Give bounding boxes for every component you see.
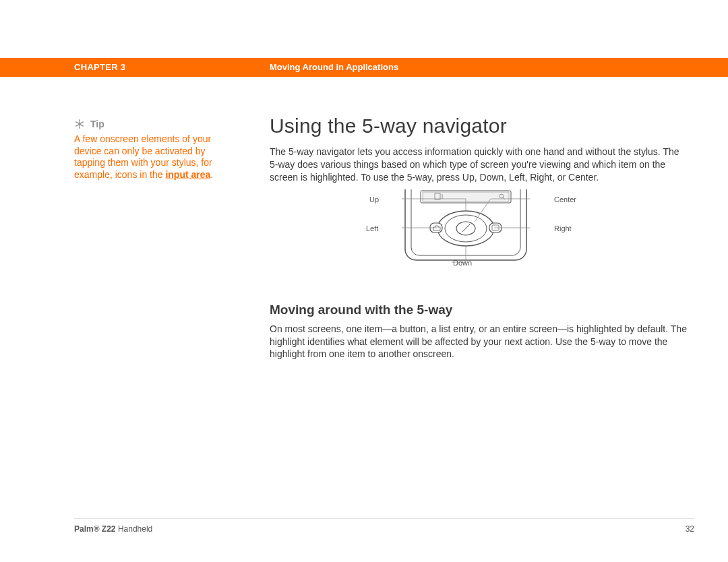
product-name: Palm® Z22 Handheld [74, 524, 152, 534]
asterisk-icon [74, 119, 85, 129]
subheading: Moving around with the 5-way [270, 303, 688, 317]
page-number: 32 [686, 524, 694, 534]
navigator-diagram: Up Left Center Right Down [270, 189, 688, 277]
page-heading: Using the 5-way navigator [270, 115, 688, 137]
tip-header: Tip [74, 119, 233, 129]
header-bar: CHAPTER 3 Moving Around in Applications [0, 58, 728, 77]
device-illustration [402, 189, 530, 263]
tip-suffix: . [210, 169, 213, 180]
subsection-paragraph: On most screens, one item—a button, a li… [270, 323, 688, 361]
tip-body: A few onscreen elements of your device c… [74, 133, 233, 181]
chapter-label: CHAPTER 3 [74, 62, 125, 72]
section-title: Moving Around in Applications [270, 62, 398, 72]
product-name-bold: Palm® Z22 [74, 524, 116, 534]
product-name-rest: Handheld [116, 524, 153, 534]
tip-link-input-area[interactable]: input area [165, 169, 210, 180]
footer-rule [74, 518, 694, 519]
tip-label: Tip [90, 119, 104, 129]
intro-paragraph: The 5-way navigator lets you access info… [270, 146, 688, 184]
page: CHAPTER 3 Moving Around in Applications … [0, 0, 728, 562]
label-down: Down [453, 259, 472, 267]
label-left: Left [366, 224, 378, 232]
label-up: Up [369, 195, 379, 204]
label-right: Right [554, 224, 572, 232]
main-content: Using the 5-way navigator The 5-way navi… [270, 115, 688, 361]
label-center: Center [554, 195, 576, 204]
sidebar-tip: Tip A few onscreen elements of your devi… [74, 119, 233, 181]
footer: Palm® Z22 Handheld 32 [74, 524, 694, 534]
